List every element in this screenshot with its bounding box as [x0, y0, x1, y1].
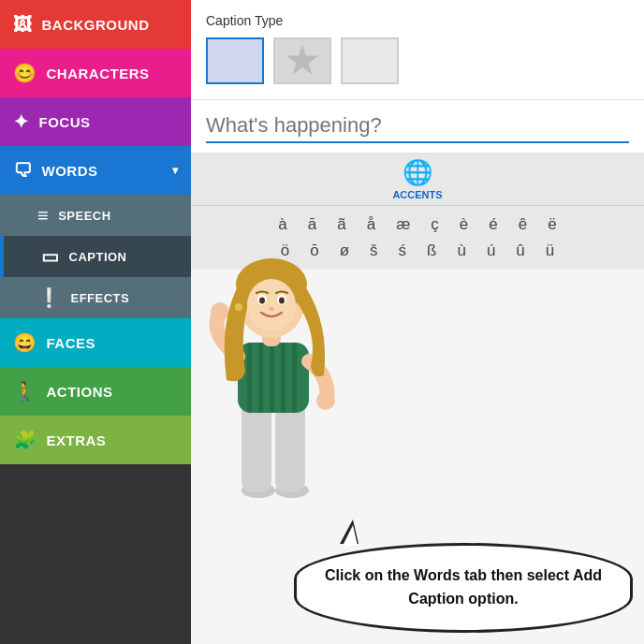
text-input-section	[191, 100, 644, 154]
background-icon: 🖼	[13, 14, 33, 36]
caption-option-plain[interactable]	[341, 37, 399, 84]
caption-text-input[interactable]	[206, 110, 629, 143]
words-chevron-icon: ▾	[172, 164, 179, 177]
sidebar-item-extras[interactable]: 🧩 EXTRAS	[0, 416, 191, 464]
faces-icon: 😄	[13, 331, 37, 354]
sidebar-label-background: BACKGROUND	[42, 17, 150, 33]
accent-ae[interactable]: æ	[392, 213, 414, 236]
accent-u-circumflex[interactable]: û	[512, 240, 528, 262]
svg-point-18	[259, 298, 265, 304]
accent-e-grave[interactable]: è	[456, 213, 472, 236]
accent-sharp-s[interactable]: ß	[423, 240, 440, 262]
svg-point-21	[269, 307, 274, 311]
character-figure	[191, 212, 345, 505]
accent-s-acute[interactable]: ś	[395, 240, 411, 262]
sidebar-item-background[interactable]: 🖼 BACKGROUND	[0, 0, 191, 49]
bubble-tail-fill	[343, 525, 358, 546]
speech-bubble-text: Click on the Words tab then select Add C…	[325, 567, 602, 607]
speech-bubble: Click on the Words tab then select Add C…	[294, 543, 633, 633]
sidebar-label-faces: FACES	[47, 335, 96, 351]
effects-icon: ❕	[37, 286, 62, 309]
caption-type-label: Caption Type	[206, 13, 629, 28]
sidebar-item-speech[interactable]: ≡ SPEECH	[0, 195, 191, 236]
speech-icon: ≡	[37, 205, 49, 227]
svg-point-15	[247, 279, 296, 331]
svg-rect-8	[281, 343, 285, 413]
accent-e-umlaut[interactable]: ë	[544, 213, 560, 236]
svg-rect-6	[258, 343, 263, 413]
accents-button[interactable]: 🌐 ACCENTS	[392, 158, 442, 200]
speech-bubble-container: Click on the Words tab then select Add C…	[294, 543, 633, 633]
sidebar-label-actions: ACTIONS	[47, 384, 113, 400]
accent-e-acute[interactable]: é	[485, 213, 501, 236]
sidebar-label-characters: CHARACTERS	[47, 66, 150, 81]
accent-c-cedilla[interactable]: ç	[427, 213, 443, 236]
extras-icon: 🧩	[13, 429, 37, 451]
focus-icon: ✦	[13, 110, 30, 133]
sidebar-item-effects[interactable]: ❕ EFFECTS	[0, 277, 191, 318]
caption-icon: ▭	[41, 245, 60, 268]
words-icon: 🗨	[13, 160, 33, 182]
sidebar-label-focus: FOCUS	[39, 114, 91, 130]
caption-type-options	[206, 37, 629, 84]
accent-u-umlaut[interactable]: ü	[542, 240, 558, 262]
svg-point-19	[279, 298, 285, 304]
caption-option-box[interactable]	[206, 37, 264, 84]
svg-point-20	[235, 303, 242, 311]
sidebar-item-characters[interactable]: 😊 CHARACTERS	[0, 49, 191, 97]
accent-e-circumflex[interactable]: ê	[515, 213, 531, 236]
sidebar-label-caption: CAPTION	[69, 250, 127, 264]
caption-option-starburst[interactable]	[273, 37, 331, 84]
accent-s-caron[interactable]: š	[366, 240, 382, 262]
actions-icon: 🚶	[13, 380, 37, 402]
sidebar-item-words[interactable]: 🗨 WORDS ▾	[0, 146, 191, 195]
accent-u-acute[interactable]: ú	[483, 240, 499, 262]
sidebar-label-effects: EFFECTS	[71, 291, 130, 305]
accents-label: ACCENTS	[392, 189, 442, 200]
sidebar-item-faces[interactable]: 😄 FACES	[0, 318, 191, 367]
sidebar: 🖼 BACKGROUND 😊 CHARACTERS ✦ FOCUS 🗨 WORD…	[0, 0, 191, 644]
sidebar-item-focus[interactable]: ✦ FOCUS	[0, 97, 191, 146]
svg-rect-5	[247, 343, 252, 413]
sidebar-item-caption[interactable]: ▭ CAPTION	[0, 236, 191, 277]
main-panel: Caption Type 🌐 ACCENTS à ā ã å æ	[191, 0, 644, 644]
caption-type-section: Caption Type	[191, 0, 644, 100]
globe-icon: 🌐	[402, 158, 432, 187]
svg-point-11	[316, 391, 335, 410]
characters-icon: 😊	[13, 62, 37, 84]
svg-point-10	[211, 302, 229, 321]
accent-a-ring[interactable]: å	[363, 213, 379, 236]
accent-u-grave[interactable]: ù	[453, 240, 469, 262]
sidebar-label-extras: EXTRAS	[47, 432, 107, 448]
accents-bar: 🌐 ACCENTS	[191, 154, 644, 206]
sidebar-label-speech: SPEECH	[58, 209, 110, 223]
svg-rect-9	[292, 343, 297, 413]
starburst-shape	[285, 44, 319, 78]
svg-rect-7	[270, 343, 274, 413]
sidebar-item-actions[interactable]: 🚶 ACTIONS	[0, 367, 191, 416]
sidebar-label-words: WORDS	[42, 163, 98, 179]
